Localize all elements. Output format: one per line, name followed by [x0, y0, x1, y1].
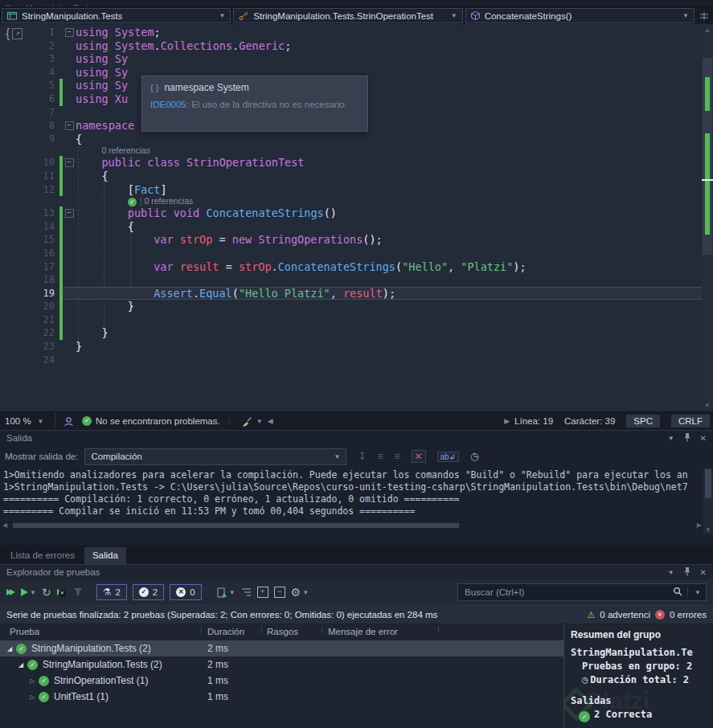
column-error-message[interactable]: Mensaje de error: [328, 627, 398, 636]
code-line[interactable]: 11{: [0, 170, 702, 183]
expand-all-button[interactable]: +: [257, 587, 268, 598]
playlist-button[interactable]: ▼: [217, 587, 236, 598]
code-line[interactable]: 3using Sy: [0, 52, 702, 66]
passed-tests-filter[interactable]: ✓ 2: [133, 584, 164, 600]
split-editor-button[interactable]: [697, 11, 711, 21]
group-by-button[interactable]: [241, 587, 252, 597]
clock-icon[interactable]: ◷: [470, 451, 478, 462]
window-menu-icon[interactable]: ▼: [668, 569, 674, 576]
run-tests-button[interactable]: ▼: [21, 588, 36, 596]
editor-horizontal-scrollbar[interactable]: ◀ ▶: [263, 417, 514, 425]
scroll-left-icon[interactable]: ◀: [2, 521, 7, 529]
collapsed-arrow-icon[interactable]: ▷: [27, 677, 37, 685]
total-tests-filter[interactable]: ⚗ 2: [96, 584, 127, 600]
code-line[interactable]: 22}: [0, 326, 702, 340]
code-line[interactable]: 12[Fact]: [0, 183, 702, 197]
change-bar: [59, 145, 63, 156]
scrollbar-thumb[interactable]: [13, 523, 459, 528]
scrollbar-thumb[interactable]: [705, 469, 711, 498]
column-duration[interactable]: Duración: [207, 627, 244, 636]
code-line[interactable]: 21: [0, 313, 702, 327]
scroll-down-icon[interactable]: ▼: [703, 526, 713, 534]
next-message-icon[interactable]: ≡: [394, 451, 400, 462]
word-wrap-icon[interactable]: ab↲: [437, 452, 460, 462]
test-search-input[interactable]: [463, 587, 668, 598]
window-menu-icon[interactable]: ▼: [668, 435, 674, 442]
test-tree-row[interactable]: ◢✓StringManipulation.Tests (2)2 ms: [0, 640, 570, 656]
expanded-arrow-icon[interactable]: ◢: [16, 661, 26, 669]
spaces-toggle[interactable]: SPC: [626, 415, 660, 427]
codelens-row[interactable]: ✓|0 referencias: [0, 196, 702, 207]
test-tree-row[interactable]: ▷✓StrinOperationTest (1)1 ms: [0, 673, 570, 689]
test-search-box[interactable]: ▼: [457, 583, 707, 601]
run-failed-tests-button[interactable]: ✕: [57, 589, 63, 595]
output-horizontal-scrollbar[interactable]: ◀ ▶: [0, 521, 713, 530]
close-icon[interactable]: ✕: [700, 434, 707, 443]
failed-tests-filter[interactable]: ✕ 0: [170, 584, 201, 600]
fold-column[interactable]: −: [63, 119, 76, 133]
warnings-count[interactable]: 0 advertenci: [600, 610, 650, 620]
code-line[interactable]: 10−public class StrinOperationTest: [0, 156, 702, 170]
tab-output[interactable]: Salida: [84, 547, 126, 564]
fold-column[interactable]: −: [63, 26, 76, 39]
code-line[interactable]: 15var strOp = new StringOperations();: [0, 233, 702, 247]
ide0005-link[interactable]: IDE0005: [150, 100, 186, 109]
test-explorer-titlebar[interactable]: Explorador de pruebas ▼ ✕: [0, 565, 713, 579]
code-line[interactable]: 17var result = strOp.ConcatenateStrings(…: [0, 260, 702, 274]
code-line[interactable]: 24: [0, 354, 702, 367]
code-line[interactable]: 1−using System;: [0, 26, 702, 39]
output-vertical-scrollbar[interactable]: ▼: [703, 468, 713, 534]
problems-status[interactable]: ✓ No se encontraron problemas.: [82, 416, 220, 426]
pin-icon[interactable]: [683, 432, 691, 444]
clear-all-icon[interactable]: ✕: [412, 450, 426, 463]
scroll-left-icon[interactable]: ◀: [268, 417, 273, 425]
code-cleanup-button[interactable]: ▼: [242, 416, 263, 427]
code-line[interactable]: 13−public void ConcatenateStrings(): [0, 207, 702, 220]
feedback-icon[interactable]: [64, 416, 74, 427]
errors-count[interactable]: 0 errores: [670, 610, 707, 620]
scroll-right-icon[interactable]: ▶: [504, 417, 510, 425]
previous-message-icon[interactable]: ≡: [377, 451, 383, 462]
code-editor[interactable]: { ↗ 1−using System;2using System.Collect…: [0, 24, 713, 411]
scroll-down-icon[interactable]: ▼: [702, 402, 713, 409]
editor-vertical-scrollbar[interactable]: ▲ ▼: [702, 24, 713, 411]
scroll-right-icon[interactable]: ▶: [697, 521, 702, 529]
code-line[interactable]: 20}: [0, 300, 702, 313]
chevron-down-icon[interactable]: ▼: [695, 589, 701, 596]
eol-toggle[interactable]: CRLF: [671, 415, 710, 427]
expanded-arrow-icon[interactable]: ◢: [5, 645, 14, 652]
run-all-tests-button[interactable]: [6, 589, 15, 595]
code-line[interactable]: 23}: [0, 340, 702, 354]
zoom-dropdown[interactable]: 100 % ▼: [0, 412, 55, 430]
codelens-row[interactable]: 0 referencias: [0, 145, 702, 156]
type-dropdown[interactable]: StringManipulation.Tests.StrinOperationT…: [233, 8, 462, 23]
code-line[interactable]: 18: [0, 273, 702, 287]
repeat-last-run-button[interactable]: ↻: [42, 586, 51, 599]
collapsed-arrow-icon[interactable]: ▷: [27, 693, 37, 701]
code-line[interactable]: 2using System.Collections.Generic;: [0, 39, 702, 53]
output-source-dropdown[interactable]: Compilación ▼: [84, 448, 346, 465]
search-icon[interactable]: [673, 585, 682, 599]
code-line[interactable]: 16: [0, 247, 702, 260]
code-line[interactable]: 14{: [0, 220, 702, 234]
column-test[interactable]: Prueba: [10, 627, 39, 636]
collapse-all-button[interactable]: −: [274, 587, 285, 598]
scroll-up-icon[interactable]: ▲: [702, 27, 713, 34]
test-tree-row[interactable]: ◢✓StringManipulation.Tests (2)2 ms: [0, 656, 570, 673]
code-line[interactable]: 9{: [0, 133, 702, 146]
tab-error-list[interactable]: Lista de errores: [2, 547, 83, 564]
fold-column[interactable]: −: [63, 156, 76, 170]
settings-gear-button[interactable]: ⚙▼: [291, 586, 309, 599]
column-traits[interactable]: Rasgos: [267, 627, 298, 636]
member-dropdown[interactable]: ConcatenateStrings() ▼: [465, 8, 695, 23]
code-line[interactable]: 19Assert.Equal("Hello Platzi", result);: [0, 287, 702, 301]
fold-column[interactable]: −: [63, 207, 76, 220]
filter-icon[interactable]: [73, 587, 83, 597]
output-console[interactable]: 1>Omitiendo analizadores para acelerar l…: [0, 468, 713, 519]
test-tree-row[interactable]: ▷✓UnitTest1 (1)1 ms: [0, 689, 570, 705]
pin-icon[interactable]: [683, 566, 691, 578]
close-icon[interactable]: ✕: [700, 568, 707, 577]
project-dropdown[interactable]: StringManipulation.Tests ▼: [2, 8, 231, 23]
goto-message-icon[interactable]: ↧: [358, 451, 366, 462]
output-panel-titlebar[interactable]: Salida ▼ ✕: [0, 431, 713, 445]
